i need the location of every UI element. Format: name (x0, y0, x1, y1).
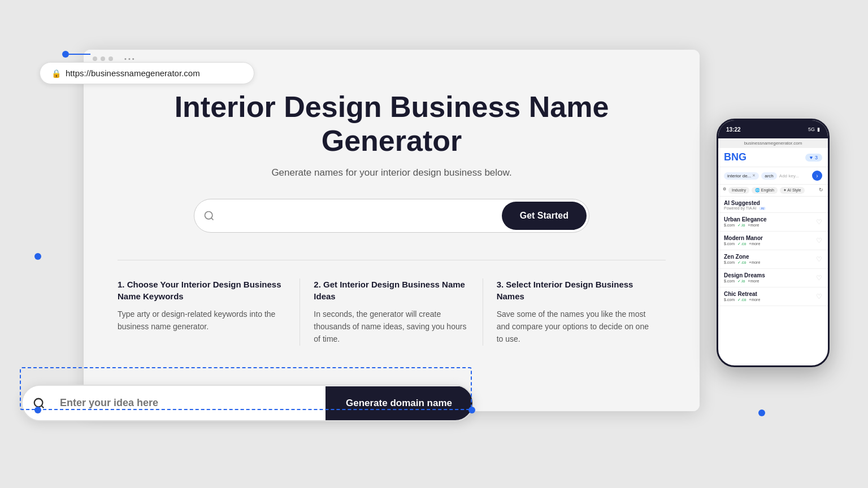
phone-domain-badge: $.com (724, 223, 736, 227)
search-icon (203, 210, 215, 221)
phone-tag-1-text: interior de... (727, 173, 751, 178)
phone-tag-2-text: arch (765, 173, 774, 178)
phone-add-keyword-placeholder: Add key... (779, 173, 799, 178)
phone-domain-badge: ✓.io (737, 279, 746, 283)
phone-status-bar: 13:22 5G ▮ (718, 120, 828, 138)
page-content: Interior Design Business Name Generator … (84, 68, 700, 411)
phone-ai-badge: AI (759, 207, 766, 210)
step-2-number: 2. (314, 280, 321, 289)
phone-like-button[interactable]: ♥ 3 (805, 154, 822, 162)
browser-dots-icon: • • • (124, 55, 134, 62)
phone-search-tag-1[interactable]: interior de... ✕ (724, 172, 759, 180)
search-icon-wrap (194, 210, 224, 221)
phone-filter-industry-label: Industry (732, 188, 746, 192)
filter-icon: ⚙ (723, 187, 726, 194)
browser-dot-2 (101, 56, 105, 61)
phone-url-bar: businessnamegenerator.com (718, 138, 828, 148)
phone-ai-section: AI Suggested Powered by TIA AI AI (718, 197, 828, 213)
phone-app-header: BNG ♥ 3 (718, 148, 828, 167)
steps-grid: 1. Choose Your Interior Design Business … (118, 260, 666, 346)
phone-go-button[interactable]: › (812, 171, 822, 181)
browser-window-controls (93, 56, 113, 61)
main-search-bar: Get Started (194, 199, 589, 233)
phone-names-list: Urban Elegance$.com ✓.io +more ♡Modern M… (718, 213, 828, 306)
phone-ai-section-subtitle: Powered by TIA AI AI (724, 206, 822, 210)
phone-domain-badge: ✓.co (737, 298, 747, 302)
step-2-title: 2. Get Interior Design Business Name Ide… (314, 278, 468, 302)
get-started-button[interactable]: Get Started (502, 202, 587, 230)
phone-domain-badge: +more (749, 260, 760, 264)
phone-refresh-icon[interactable]: ↻ (819, 187, 823, 194)
phone-ai-section-title: AI Suggested (724, 200, 822, 206)
phone-name-heart-1[interactable]: ♡ (816, 237, 822, 245)
page-title-line2: Generator (322, 124, 462, 157)
phone-filter-industry[interactable]: Industry (728, 187, 749, 194)
phone-filter-language[interactable]: 🌐 English (752, 187, 778, 194)
phone-filter-ai-style-label: ✦ AI Style (783, 188, 801, 192)
phone-name-item-1: Modern Manor$.com ✓.co +more ♡ (718, 232, 828, 250)
phone-domain-badge: ✓.io (737, 223, 746, 227)
step-2-description: In seconds, the generator will create th… (314, 308, 468, 346)
phone-mockup: 13:22 5G ▮ businessnamegenerator.com BNG… (717, 119, 830, 367)
search-input[interactable] (224, 202, 500, 230)
phone-domain-badge: $.com (724, 298, 736, 302)
step-1-title: 1. Choose Your Interior Design Business … (118, 278, 286, 302)
svg-point-1 (34, 398, 43, 407)
lock-icon: 🔒 (51, 69, 61, 78)
selection-handle-phone-bottom[interactable] (758, 409, 765, 416)
phone-name-item-2: Zen Zone$.com ✓.co +more ♡ (718, 250, 828, 269)
svg-point-0 (205, 211, 212, 219)
selection-handle-top-left[interactable] (62, 51, 69, 58)
phone-name-heart-0[interactable]: ♡ (816, 218, 822, 226)
phone-url-text: businessnamegenerator.com (744, 141, 802, 146)
phone-domain-badge: +more (748, 223, 759, 227)
step-2-title-text: Get Interior Design Business Name Ideas (314, 280, 465, 301)
step-1-description: Type arty or design-related keywords int… (118, 308, 286, 333)
phone-name-text-1: Modern Manor (724, 235, 763, 241)
bottom-search-bar: Generate domain name (21, 385, 474, 421)
step-3-number: 3. (497, 280, 504, 289)
phone-tag-1-close[interactable]: ✕ (752, 173, 756, 178)
address-bar[interactable]: 🔒 https://businessnamegenerator.com (40, 62, 254, 84)
selection-handle-bottom-center[interactable] (468, 407, 475, 413)
browser-dot-1 (93, 56, 97, 61)
phone-search-tag-2[interactable]: arch (761, 172, 777, 180)
selection-handle-left-mid[interactable] (34, 253, 41, 260)
url-text: https://businessnamegenerator.com (66, 68, 200, 78)
phone-bng-logo: BNG (724, 151, 747, 163)
phone-battery-icon: ▮ (817, 127, 820, 132)
phone-name-text-2: Zen Zone (724, 254, 762, 260)
page-subtitle: Generate names for your interior design … (118, 167, 666, 178)
phone-domain-badge: +more (749, 242, 760, 246)
phone-filter-language-label: 🌐 English (755, 188, 774, 192)
phone-name-text-4: Chic Retreat (724, 291, 762, 297)
phone-domain-badge: ✓.co (737, 260, 747, 264)
phone-name-heart-4[interactable]: ♡ (816, 293, 822, 300)
phone-name-item-0: Urban Elegance$.com ✓.io +more ♡ (718, 213, 828, 232)
phone-domain-badge: +more (749, 298, 760, 302)
address-bar-container: 🔒 https://businessnamegenerator.com (40, 62, 254, 84)
selection-handle-bottom-left[interactable] (34, 407, 41, 413)
phone-domain-badge: $.com (724, 279, 736, 283)
phone-name-text-0: Urban Elegance (724, 216, 767, 223)
step-3-title: 3. Select Interior Design Business Names (497, 278, 652, 302)
phone-filter-ai-style[interactable]: ✦ AI Style (780, 187, 805, 194)
step-1: 1. Choose Your Interior Design Business … (118, 278, 300, 346)
generate-domain-button[interactable]: Generate domain name (326, 386, 472, 420)
phone-time: 13:22 (726, 127, 741, 133)
phone-status-icons: 5G ▮ (808, 127, 820, 132)
page-title-line1: Interior Design Business Name (175, 90, 609, 123)
heart-icon: ♥ (810, 155, 813, 160)
page-title: Interior Design Business Name Generator (118, 90, 666, 158)
bottom-search-input[interactable] (55, 386, 326, 420)
browser-dot-3 (108, 56, 113, 61)
step-3-title-text: Select Interior Design Business Names (497, 280, 633, 301)
phone-name-heart-2[interactable]: ♡ (816, 255, 822, 263)
phone-go-arrow: › (816, 173, 818, 179)
phone-search-row: interior de... ✕ arch Add key... › (718, 167, 828, 185)
phone-name-heart-3[interactable]: ♡ (816, 274, 822, 282)
phone-name-text-3: Design Dreams (724, 272, 765, 278)
phone-signal: 5G (808, 127, 815, 132)
phone-filter-row: ⚙ Industry 🌐 English ✦ AI Style ↻ (718, 185, 828, 197)
phone-domain-badge: ✓.co (737, 242, 747, 246)
